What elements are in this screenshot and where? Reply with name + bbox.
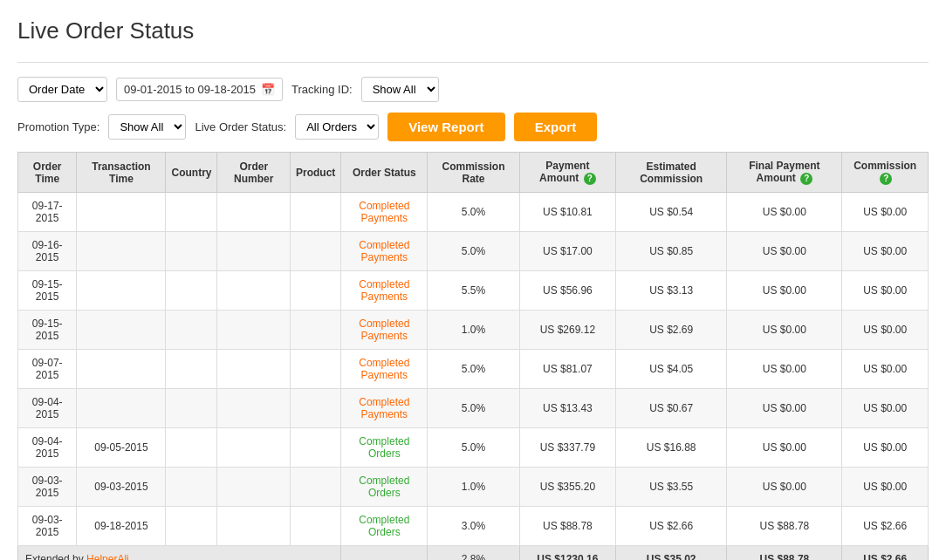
col-estimated-commission: Estimated Commission — [615, 153, 726, 193]
cell-country — [166, 507, 217, 546]
footer-commission-rate: 2.8% — [428, 546, 520, 561]
live-order-status-select[interactable]: All Orders — [295, 114, 379, 140]
cell-order-number — [217, 507, 290, 546]
cell-estimated-commission: US $3.55 — [615, 468, 726, 507]
cell-order-time: 09-03-2015 — [18, 468, 77, 507]
tracking-id-label: Tracking ID: — [291, 83, 353, 96]
cell-order-number — [217, 271, 290, 311]
cell-estimated-commission: US $0.67 — [615, 389, 726, 428]
cell-payment-amount: US $17.00 — [519, 232, 615, 271]
cell-payment-amount: US $10.81 — [519, 193, 615, 232]
col-transaction-time: Transaction Time — [77, 153, 166, 193]
promotion-type-select[interactable]: Show All — [108, 114, 186, 140]
date-range-display: 09-01-2015 to 09-18-2015 📅 — [116, 78, 283, 101]
cell-payment-amount: US $337.79 — [519, 428, 615, 468]
cell-country — [166, 389, 217, 428]
commission-help-icon[interactable]: ? — [880, 173, 892, 185]
order-date-select[interactable]: Order Date — [17, 77, 107, 102]
cell-final-payment-amount: US $0.00 — [727, 468, 842, 507]
table-row: 09-17-2015 CompletedPayments 5.0% US $10… — [18, 193, 929, 232]
col-commission: Commission ? — [842, 153, 929, 193]
cell-transaction-time — [77, 389, 166, 428]
promotion-type-label: Promotion Type: — [17, 120, 99, 133]
cell-order-time: 09-17-2015 — [18, 193, 77, 232]
cell-product — [290, 428, 340, 468]
cell-payment-amount: US $355.20 — [519, 468, 615, 507]
cell-order-number — [217, 389, 290, 428]
footer-status — [341, 546, 428, 561]
cell-commission: US $0.00 — [842, 232, 929, 271]
table-row: 09-04-2015 CompletedPayments 5.0% US $13… — [18, 389, 929, 428]
cell-commission: US $0.00 — [842, 468, 929, 507]
cell-product — [290, 389, 340, 428]
cell-commission-rate: 5.0% — [428, 232, 520, 271]
cell-commission: US $0.00 — [842, 428, 929, 468]
cell-final-payment-amount: US $0.00 — [727, 271, 842, 311]
cell-country — [166, 271, 217, 311]
cell-country — [166, 350, 217, 389]
cell-order-status: CompletedPayments — [341, 311, 428, 350]
cell-product — [290, 193, 340, 232]
cell-commission-rate: 5.0% — [428, 350, 520, 389]
cell-payment-amount: US $88.78 — [519, 507, 615, 546]
footer-estimated-commission: US $35.02 — [615, 546, 726, 561]
cell-transaction-time — [77, 193, 166, 232]
orders-table: Order Time Transaction Time Country Orde… — [17, 152, 929, 560]
cell-product — [290, 232, 340, 271]
cell-payment-amount: US $56.96 — [519, 271, 615, 311]
calendar-icon[interactable]: 📅 — [261, 83, 275, 96]
cell-country — [166, 468, 217, 507]
cell-transaction-time: 09-18-2015 — [77, 507, 166, 546]
footer-final-payment-amount: US $88.78 — [727, 546, 842, 561]
cell-commission-rate: 5.0% — [428, 193, 520, 232]
cell-estimated-commission: US $0.85 — [615, 232, 726, 271]
cell-order-time: 09-04-2015 — [18, 389, 77, 428]
cell-final-payment-amount: US $88.78 — [727, 507, 842, 546]
cell-order-status: CompletedPayments — [341, 389, 428, 428]
cell-final-payment-amount: US $0.00 — [727, 389, 842, 428]
cell-commission-rate: 1.0% — [428, 468, 520, 507]
cell-commission: US $0.00 — [842, 350, 929, 389]
cell-estimated-commission: US $4.05 — [615, 350, 726, 389]
cell-estimated-commission: US $2.69 — [615, 311, 726, 350]
table-row: 09-03-2015 09-18-2015 Completed Orders 3… — [18, 507, 929, 546]
cell-order-status: CompletedPayments — [341, 193, 428, 232]
cell-order-time: 09-16-2015 — [18, 232, 77, 271]
cell-transaction-time — [77, 271, 166, 311]
cell-transaction-time — [77, 311, 166, 350]
live-order-status-label: Live Order Status: — [195, 120, 286, 133]
date-range-value: 09-01-2015 to 09-18-2015 — [124, 83, 256, 96]
cell-order-status: Completed Orders — [341, 428, 428, 468]
table-row: 09-07-2015 CompletedPayments 5.0% US $81… — [18, 350, 929, 389]
cell-transaction-time — [77, 350, 166, 389]
col-order-status: Order Status — [341, 153, 428, 193]
table-row: 09-16-2015 CompletedPayments 5.0% US $17… — [18, 232, 929, 271]
view-report-button[interactable]: View Report — [387, 113, 504, 141]
export-button[interactable]: Export — [514, 113, 598, 141]
final-payment-help-icon[interactable]: ? — [800, 173, 812, 185]
tracking-id-select[interactable]: Show All — [361, 77, 439, 102]
cell-estimated-commission: US $0.54 — [615, 193, 726, 232]
cell-commission: US $0.00 — [842, 311, 929, 350]
cell-product — [290, 271, 340, 311]
cell-order-time: 09-15-2015 — [18, 271, 77, 311]
cell-final-payment-amount: US $0.00 — [727, 232, 842, 271]
cell-product — [290, 350, 340, 389]
cell-country — [166, 428, 217, 468]
cell-order-status: CompletedPayments — [341, 271, 428, 311]
cell-country — [166, 311, 217, 350]
footer-payment-amount: US $1230.16 — [519, 546, 615, 561]
cell-order-status: Completed Orders — [341, 507, 428, 546]
table-row: 09-15-2015 CompletedPayments 5.5% US $56… — [18, 271, 929, 311]
cell-order-time: 09-07-2015 — [18, 350, 77, 389]
cell-order-number — [217, 468, 290, 507]
col-commission-rate: Commission Rate — [428, 153, 520, 193]
cell-payment-amount: US $81.07 — [519, 350, 615, 389]
cell-commission: US $0.00 — [842, 389, 929, 428]
cell-product — [290, 507, 340, 546]
helperali-link[interactable]: HelperAli — [86, 553, 129, 560]
cell-country — [166, 232, 217, 271]
cell-transaction-time: 09-03-2015 — [77, 468, 166, 507]
payment-amount-help-icon[interactable]: ? — [584, 173, 596, 185]
cell-final-payment-amount: US $0.00 — [727, 311, 842, 350]
